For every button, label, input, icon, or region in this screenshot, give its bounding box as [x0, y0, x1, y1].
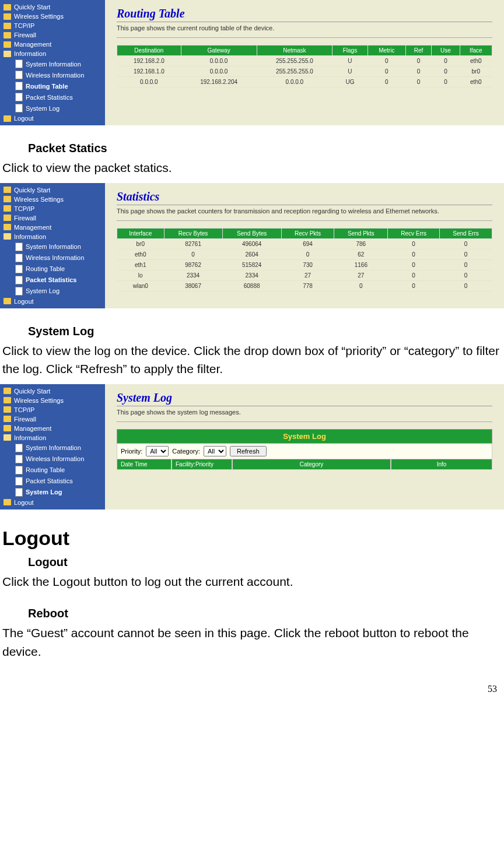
sidebar-item-routing-table[interactable]: Routing Table: [0, 465, 105, 476]
sidebar-item-packet-statistics[interactable]: Packet Statistics: [0, 275, 105, 286]
sidebar-item-firewall[interactable]: Firewall: [0, 414, 105, 424]
file-icon: [15, 243, 23, 251]
table-cell: 0: [440, 280, 492, 291]
sidebar-item-packet-statistics[interactable]: Packet Statistics: [0, 92, 105, 103]
table-cell: 0: [440, 270, 492, 280]
sidebar-item-tcp/ip[interactable]: TCP/IP: [0, 204, 105, 213]
sidebar-item-logout[interactable]: Logout: [0, 498, 105, 507]
sidebar-item-wireless-information[interactable]: Wireless Information: [0, 454, 105, 465]
sidebar-item-firewall[interactable]: Firewall: [0, 30, 105, 40]
heading-packet-statics: Packet Statics: [28, 142, 504, 155]
sidebar-item-label: System Information: [26, 444, 81, 451]
folder-open-icon: [4, 434, 11, 441]
column-header: Send Pkts: [334, 228, 388, 238]
sidebar-item-packet-statistics[interactable]: Packet Statistics: [0, 476, 105, 487]
file-icon: [15, 59, 23, 68]
sidebar-item-label: System Log: [26, 287, 60, 294]
sidebar-item-quickly-start[interactable]: Quickly Start: [0, 2, 105, 12]
column-header: Recv Pkts: [281, 228, 334, 238]
table-row: 0.0.0.0192.168.2.2040.0.0.0UG000eth0: [117, 77, 492, 87]
table-row: eth00260406200: [117, 249, 492, 259]
table-cell: 0: [405, 77, 431, 87]
sidebar-item-system-information[interactable]: System Information: [0, 58, 105, 69]
sidebar-item-system-log[interactable]: System Log: [0, 103, 105, 114]
sidebar-item-information[interactable]: Information: [0, 49, 105, 58]
page-title: System Log: [117, 391, 492, 406]
sidebar-item-label: Information: [14, 434, 46, 441]
priority-select[interactable]: All: [146, 446, 169, 456]
sidebar-item-label: TCP/IP: [14, 406, 34, 413]
table-cell: UG: [332, 77, 368, 87]
sidebar-item-label: Routing Table: [26, 466, 65, 473]
sidebar-item-wireless-information[interactable]: Wireless Information: [0, 69, 105, 80]
sidebar-item-wireless-settings[interactable]: Wireless Settings: [0, 195, 105, 204]
subheading-reboot: Reboot: [28, 607, 504, 620]
folder-icon: [4, 388, 11, 394]
sidebar-item-system-log[interactable]: System Log: [0, 487, 105, 498]
subheading-logout: Logout: [28, 556, 504, 569]
refresh-button[interactable]: Refresh: [230, 446, 267, 456]
table-cell: 2334: [222, 270, 281, 280]
table-cell: 0: [368, 56, 405, 66]
sidebar-item-tcp/ip[interactable]: TCP/IP: [0, 405, 105, 414]
column-header: Netmask: [257, 45, 332, 56]
sidebar: Quickly StartWireless SettingsTCP/IPFire…: [0, 0, 105, 125]
sidebar-item-wireless-settings[interactable]: Wireless Settings: [0, 12, 105, 21]
sidebar-item-logout[interactable]: Logout: [0, 114, 105, 123]
sidebar-item-information[interactable]: Information: [0, 433, 105, 442]
sidebar-item-label: Firewall: [14, 215, 36, 222]
sidebar-item-routing-table[interactable]: Routing Table: [0, 263, 105, 275]
table-cell: eth1: [117, 259, 164, 270]
table-cell: 694: [281, 238, 334, 249]
column-header: Ref: [405, 45, 431, 56]
sidebar-item-label: Routing Table: [26, 265, 65, 272]
sidebar-item-routing-table[interactable]: Routing Table: [0, 80, 105, 92]
table-cell: eth0: [460, 77, 492, 87]
table-cell: 0: [388, 259, 440, 270]
column-header: Destination: [117, 45, 181, 56]
sidebar-item-system-log[interactable]: System Log: [0, 286, 105, 297]
table-cell: U: [332, 56, 368, 66]
category-select[interactable]: All: [204, 446, 226, 456]
folder-icon: [4, 499, 11, 505]
sidebar-item-system-information[interactable]: System Information: [0, 442, 105, 454]
sidebar-item-wireless-information[interactable]: Wireless Information: [0, 252, 105, 263]
file-icon: [15, 254, 23, 262]
sidebar-item-logout[interactable]: Logout: [0, 297, 105, 306]
sidebar-item-management[interactable]: Management: [0, 223, 105, 232]
content-pane: Statistics This page shows the packet co…: [105, 183, 504, 308]
column-header: Iface: [460, 45, 492, 56]
sidebar-item-quickly-start[interactable]: Quickly Start: [0, 185, 105, 195]
column-header: Use: [432, 45, 460, 56]
table-cell: 0: [281, 249, 334, 259]
table-cell: lo: [117, 270, 164, 280]
table-cell: eth0: [460, 56, 492, 66]
heading-system-log: System Log: [28, 325, 504, 338]
sidebar-item-firewall[interactable]: Firewall: [0, 213, 105, 223]
sidebar-item-label: TCP/IP: [14, 22, 34, 29]
sidebar-item-management[interactable]: Management: [0, 40, 105, 49]
table-row: eth198762515824730116600: [117, 259, 492, 270]
file-icon: [15, 287, 23, 296]
table-cell: 0: [368, 77, 405, 87]
sidebar-item-information[interactable]: Information: [0, 232, 105, 241]
page-title: Routing Table: [117, 7, 492, 22]
sidebar-item-tcp/ip[interactable]: TCP/IP: [0, 21, 105, 30]
file-icon: [15, 455, 23, 463]
table-cell: br0: [460, 66, 492, 77]
table-row: 192.168.2.00.0.0.0255.255.255.0U000eth0: [117, 56, 492, 66]
content-pane: System Log This page shows the system lo…: [105, 384, 504, 509]
page-number: 53: [0, 666, 504, 699]
sidebar-item-label: Firewall: [14, 416, 36, 423]
file-icon: [15, 104, 23, 113]
sidebar-item-label: Management: [14, 425, 51, 432]
sidebar-item-management[interactable]: Management: [0, 424, 105, 433]
filter-row: Priority: All Category: All Refresh: [117, 444, 492, 459]
sidebar-item-system-information[interactable]: System Information: [0, 241, 105, 252]
table-cell: 27: [334, 270, 388, 280]
system-log-banner: System Log: [117, 429, 492, 444]
folder-open-icon: [4, 233, 11, 240]
sidebar-item-wireless-settings[interactable]: Wireless Settings: [0, 396, 105, 405]
sidebar-item-quickly-start[interactable]: Quickly Start: [0, 386, 105, 396]
table-cell: 515824: [222, 259, 281, 270]
